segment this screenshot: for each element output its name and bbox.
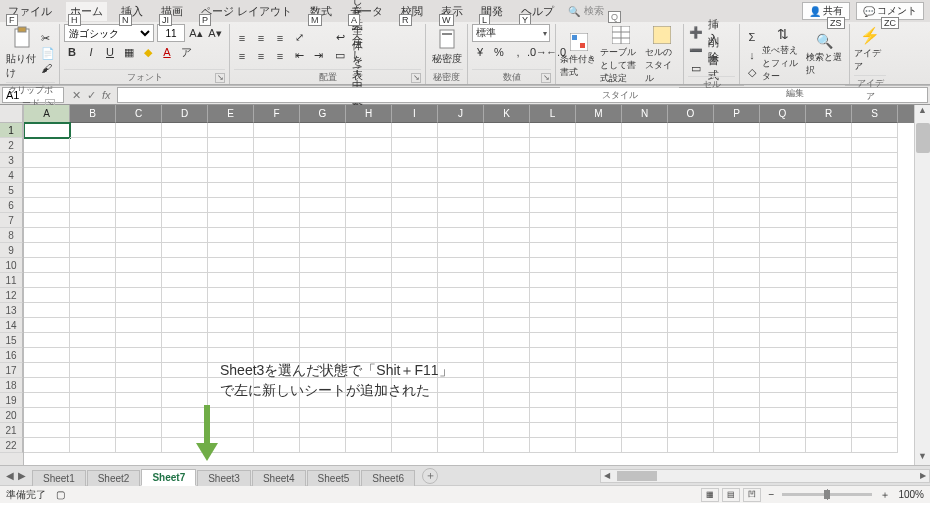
- cell[interactable]: [530, 138, 576, 153]
- sheet-tab[interactable]: Sheet5: [307, 470, 361, 486]
- row-header[interactable]: 13: [0, 303, 23, 318]
- cell[interactable]: [760, 138, 806, 153]
- cell[interactable]: [622, 393, 668, 408]
- cell[interactable]: [392, 258, 438, 273]
- cell[interactable]: [208, 378, 254, 393]
- cell[interactable]: [162, 198, 208, 213]
- cell[interactable]: [576, 303, 622, 318]
- sort-filter-button[interactable]: ⇅ 並べ替えとフィルター: [762, 24, 804, 85]
- cell[interactable]: [484, 303, 530, 318]
- cell[interactable]: [622, 423, 668, 438]
- cell[interactable]: [576, 363, 622, 378]
- cell[interactable]: [162, 363, 208, 378]
- cell[interactable]: [760, 303, 806, 318]
- cell[interactable]: [576, 273, 622, 288]
- cell[interactable]: [116, 393, 162, 408]
- cell[interactable]: [300, 288, 346, 303]
- cell[interactable]: [530, 363, 576, 378]
- cell[interactable]: [116, 228, 162, 243]
- enter-formula-icon[interactable]: ✓: [87, 89, 96, 102]
- cell[interactable]: [346, 168, 392, 183]
- cell[interactable]: [392, 363, 438, 378]
- cell[interactable]: [576, 258, 622, 273]
- cell[interactable]: [208, 438, 254, 453]
- font-name-select[interactable]: 游ゴシック: [64, 24, 154, 42]
- tab-home[interactable]: ホームH: [66, 2, 107, 21]
- align-center-button[interactable]: ≡: [253, 48, 269, 64]
- cell[interactable]: [116, 273, 162, 288]
- cell[interactable]: [254, 273, 300, 288]
- cell[interactable]: [24, 318, 70, 333]
- column-header[interactable]: L: [530, 105, 576, 123]
- cell[interactable]: [806, 213, 852, 228]
- cell[interactable]: [714, 138, 760, 153]
- cell[interactable]: [622, 363, 668, 378]
- cell[interactable]: [576, 318, 622, 333]
- fill-button[interactable]: ↓: [744, 47, 760, 63]
- cell[interactable]: [530, 168, 576, 183]
- column-header[interactable]: B: [70, 105, 116, 123]
- autosum-button[interactable]: Σ: [744, 29, 760, 45]
- cell[interactable]: [346, 423, 392, 438]
- cell[interactable]: [852, 213, 898, 228]
- share-button[interactable]: 👤共有ZS: [802, 2, 850, 20]
- cell[interactable]: [254, 228, 300, 243]
- row-header[interactable]: 5: [0, 183, 23, 198]
- copy-button[interactable]: 📄: [41, 47, 55, 60]
- cell[interactable]: [70, 333, 116, 348]
- cell[interactable]: [622, 438, 668, 453]
- cell[interactable]: [576, 423, 622, 438]
- cell[interactable]: [714, 288, 760, 303]
- cell[interactable]: [668, 213, 714, 228]
- format-cells-button[interactable]: ▭書式: [688, 60, 723, 76]
- cell[interactable]: [438, 228, 484, 243]
- cell[interactable]: [760, 363, 806, 378]
- cell[interactable]: [70, 168, 116, 183]
- cell[interactable]: [714, 378, 760, 393]
- cell[interactable]: [24, 273, 70, 288]
- cell[interactable]: [714, 153, 760, 168]
- cell[interactable]: [760, 153, 806, 168]
- cell[interactable]: [254, 153, 300, 168]
- cell[interactable]: [852, 438, 898, 453]
- cell[interactable]: [24, 333, 70, 348]
- cell[interactable]: [162, 213, 208, 228]
- sheet-tab[interactable]: Sheet1: [32, 470, 86, 486]
- tab-layout[interactable]: ページ レイアウトP: [197, 2, 296, 21]
- font-color-button[interactable]: A: [159, 44, 175, 60]
- column-header[interactable]: J: [438, 105, 484, 123]
- cell[interactable]: [70, 153, 116, 168]
- cell[interactable]: [346, 138, 392, 153]
- cell[interactable]: [576, 198, 622, 213]
- cell[interactable]: [438, 243, 484, 258]
- cell[interactable]: [576, 243, 622, 258]
- cell[interactable]: [484, 183, 530, 198]
- cell[interactable]: [162, 333, 208, 348]
- cell[interactable]: [668, 123, 714, 138]
- cell[interactable]: [852, 228, 898, 243]
- cell[interactable]: [24, 363, 70, 378]
- cell[interactable]: [346, 438, 392, 453]
- cell[interactable]: [208, 243, 254, 258]
- column-header[interactable]: P: [714, 105, 760, 123]
- cell[interactable]: [70, 393, 116, 408]
- cell[interactable]: [622, 348, 668, 363]
- view-page-layout-button[interactable]: ▤: [722, 488, 740, 502]
- cell[interactable]: [24, 408, 70, 423]
- cell[interactable]: [806, 408, 852, 423]
- cell[interactable]: [622, 408, 668, 423]
- cell[interactable]: [438, 123, 484, 138]
- cell[interactable]: [346, 318, 392, 333]
- cell[interactable]: [392, 153, 438, 168]
- cell[interactable]: [254, 348, 300, 363]
- cell[interactable]: [162, 408, 208, 423]
- indent-decrease-button[interactable]: ⇤: [291, 48, 307, 64]
- cell[interactable]: [438, 198, 484, 213]
- cell[interactable]: [116, 408, 162, 423]
- cell[interactable]: [576, 333, 622, 348]
- fill-color-button[interactable]: ◆: [140, 44, 156, 60]
- cell[interactable]: [668, 363, 714, 378]
- cell[interactable]: [24, 213, 70, 228]
- cell[interactable]: [484, 123, 530, 138]
- cell[interactable]: [208, 408, 254, 423]
